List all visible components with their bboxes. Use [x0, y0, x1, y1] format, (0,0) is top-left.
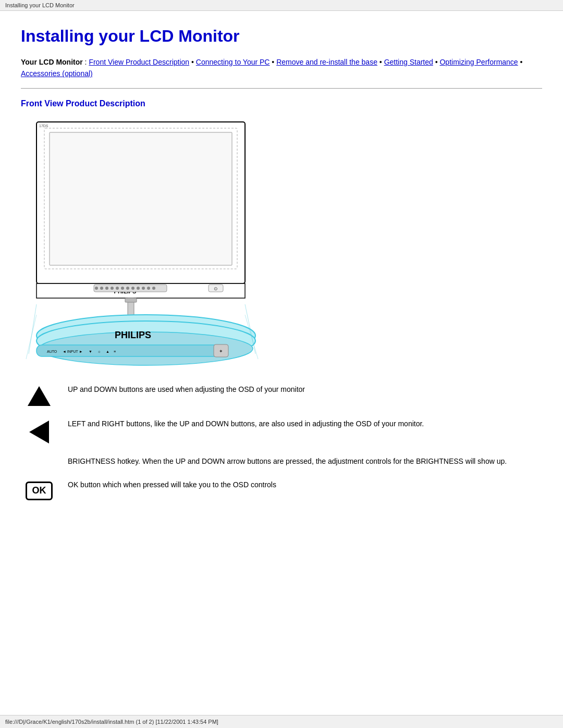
svg-text:PHILIPS: PHILIPS	[115, 330, 151, 340]
monitor-svg: 17DS PHILIPS	[21, 117, 271, 368]
nav-link-connecting[interactable]: Connecting to Your PC	[196, 58, 270, 66]
nav-sep-1: •	[189, 58, 196, 66]
nav-sep-5: •	[518, 58, 523, 66]
nav-colon: :	[83, 58, 89, 66]
divider	[21, 88, 542, 89]
svg-point-11	[116, 287, 119, 290]
svg-line-36	[29, 304, 36, 354]
svg-point-17	[147, 287, 150, 290]
ok-button-icon-cell: OK	[21, 479, 57, 500]
svg-point-16	[142, 287, 145, 290]
svg-point-9	[105, 287, 108, 290]
icon-row-brightness: BRIGHTNESS hotkey. When the UP and DOWN …	[21, 456, 542, 467]
ok-description: OK button which when pressed will take y…	[68, 479, 542, 490]
svg-rect-22	[125, 298, 137, 302]
brightness-description: BRIGHTNESS hotkey. When the UP and DOWN …	[68, 456, 542, 467]
svg-point-15	[137, 287, 140, 290]
nav-link-remove[interactable]: Remove and re-install the base	[276, 58, 377, 66]
svg-line-37	[26, 315, 36, 359]
svg-point-7	[95, 287, 98, 290]
footer-label: file:///D|/Grace/K1/english/170s2b/insta…	[5, 719, 218, 725]
svg-rect-2	[50, 132, 232, 265]
nav-prefix-bold: Your LCD Monitor	[21, 58, 83, 66]
up-arrow-icon-cell	[21, 384, 57, 406]
icon-row-ok: OK OK button which when pressed will tak…	[21, 479, 542, 500]
up-down-description: UP and DOWN buttons are used when adjust…	[68, 384, 542, 395]
page-title: Installing your LCD Monitor	[21, 27, 542, 46]
icon-row-up-down: UP and DOWN buttons are used when adjust…	[21, 384, 542, 406]
svg-point-18	[152, 287, 155, 290]
brightness-icon-cell	[21, 456, 57, 458]
svg-point-14	[131, 287, 134, 290]
svg-text:AUTO: AUTO	[47, 350, 57, 353]
svg-text:◄ INPUT ►: ◄ INPUT ►	[63, 350, 83, 353]
svg-rect-6	[94, 285, 167, 292]
left-arrow-icon	[29, 421, 49, 443]
ok-button-icon: OK	[26, 482, 53, 500]
nav-link-front-view[interactable]: Front View Product Description	[89, 58, 189, 66]
svg-text:✦: ✦	[219, 349, 223, 354]
svg-text:▼: ▼	[89, 350, 92, 353]
svg-text:▲: ▲	[106, 350, 109, 353]
browser-top-label: Installing your LCD Monitor	[5, 2, 75, 8]
icon-row-left-right: LEFT and RIGHT buttons, like the UP and …	[21, 418, 542, 443]
nav-link-optimizing[interactable]: Optimizing Performance	[439, 58, 518, 66]
svg-text:≡: ≡	[114, 350, 116, 353]
browser-top-bar: Installing your LCD Monitor	[0, 0, 563, 11]
nav-sep-2: •	[270, 58, 276, 66]
nav-section: Your LCD Monitor : Front View Product De…	[21, 56, 542, 80]
monitor-illustration-container: 17DS PHILIPS	[21, 117, 542, 368]
up-arrow-icon	[28, 386, 51, 406]
svg-point-12	[121, 287, 124, 290]
footer-bar: file:///D|/Grace/K1/english/170s2b/insta…	[0, 715, 563, 728]
left-right-description: LEFT and RIGHT buttons, like the UP and …	[68, 418, 542, 429]
left-arrow-icon-cell	[21, 418, 57, 443]
nav-link-accessories[interactable]: Accessories (optional)	[21, 69, 93, 78]
section-title: Front View Product Description	[21, 99, 542, 108]
svg-text:17DS: 17DS	[39, 124, 48, 128]
svg-point-8	[100, 287, 103, 290]
svg-text:⊙: ⊙	[214, 286, 218, 291]
nav-sep-3: •	[377, 58, 384, 66]
svg-point-10	[111, 287, 114, 290]
svg-point-13	[126, 287, 129, 290]
nav-sep-4: •	[433, 58, 440, 66]
svg-text:☼: ☼	[97, 350, 101, 353]
nav-link-getting-started[interactable]: Getting Started	[384, 58, 433, 66]
